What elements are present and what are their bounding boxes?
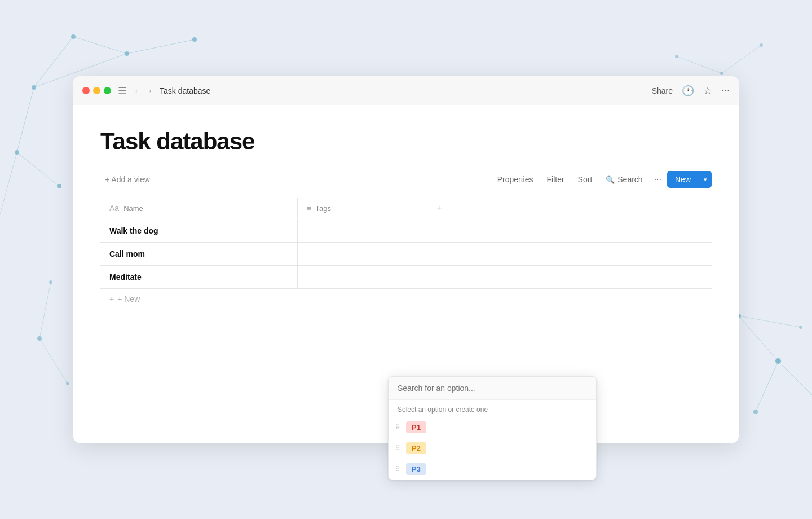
drag-handle-icon: ⠿ — [395, 445, 400, 452]
svg-line-13 — [739, 316, 778, 361]
browser-page-title: Task database — [160, 86, 210, 95]
svg-point-18 — [775, 358, 781, 364]
svg-point-10 — [32, 85, 36, 90]
svg-point-25 — [66, 382, 69, 385]
svg-line-27 — [722, 45, 761, 73]
traffic-lights — [82, 87, 111, 94]
svg-point-7 — [71, 34, 76, 39]
row-extra-cell — [427, 219, 712, 242]
sidebar-toggle-icon[interactable]: ☰ — [118, 86, 127, 96]
more-button[interactable]: ··· — [651, 171, 665, 188]
close-button[interactable] — [82, 87, 90, 94]
list-item[interactable]: ⠿ P1 — [389, 417, 596, 438]
table-row: Call mom — [100, 243, 712, 266]
svg-line-21 — [39, 282, 51, 338]
nav-buttons: ← → — [134, 86, 153, 95]
toolbar: + Add a view Properties Filter Sort 🔍 Se… — [100, 171, 712, 188]
svg-line-2 — [34, 37, 73, 87]
properties-button[interactable]: Properties — [492, 171, 539, 187]
row-name-cell[interactable]: Meditate — [100, 266, 298, 288]
row-extra-cell — [427, 243, 712, 265]
row-tags-cell-active[interactable] — [298, 266, 427, 288]
svg-point-8 — [125, 51, 129, 56]
svg-point-19 — [753, 410, 758, 414]
svg-point-24 — [37, 336, 42, 341]
row-name-cell[interactable]: Call mom — [100, 243, 298, 265]
history-icon[interactable]: 🕐 — [682, 85, 694, 97]
minimize-button[interactable] — [93, 87, 100, 94]
drag-handle-icon: ⠿ — [395, 424, 400, 432]
dropdown-section-label: Select an option or create one — [389, 400, 596, 417]
share-button[interactable]: Share — [652, 86, 673, 95]
svg-point-12 — [57, 184, 61, 188]
table-container: Aa Name ≡ Tags + Walk the dog — [100, 197, 712, 309]
more-options-icon[interactable]: ··· — [721, 85, 730, 96]
svg-line-15 — [739, 316, 801, 327]
svg-line-14 — [756, 361, 778, 412]
search-button[interactable]: 🔍 Search — [600, 171, 648, 187]
svg-line-6 — [0, 152, 17, 214]
svg-point-30 — [760, 43, 763, 47]
svg-point-28 — [675, 55, 678, 58]
browser-window: ☰ ← → Task database Share 🕐 ☆ ··· Task d… — [73, 76, 739, 443]
list-icon: ≡ — [307, 204, 311, 213]
svg-point-23 — [49, 280, 52, 284]
svg-line-22 — [39, 338, 68, 384]
new-row-button[interactable]: + + New — [100, 289, 712, 309]
add-view-button[interactable]: + Add a view — [100, 171, 155, 187]
title-bar-right: Share 🕐 ☆ ··· — [652, 85, 730, 97]
tag-badge-p3: P3 — [406, 463, 426, 475]
column-tags-header: ≡ Tags — [298, 199, 427, 218]
row-extra-cell — [427, 266, 712, 288]
page-content: Task database + Add a view Properties Fi… — [73, 105, 739, 443]
svg-line-5 — [17, 152, 59, 186]
drag-handle-icon: ⠿ — [395, 465, 400, 473]
svg-line-1 — [127, 39, 195, 54]
plus-icon: + — [109, 294, 114, 304]
sort-button[interactable]: Sort — [572, 171, 598, 187]
text-icon: Aa — [109, 204, 119, 213]
list-item[interactable]: ⠿ P2 — [389, 438, 596, 459]
table-row: Walk the dog — [100, 219, 712, 243]
table-row: Meditate — [100, 266, 712, 289]
tag-search-input[interactable] — [389, 377, 596, 400]
add-column-button[interactable]: + — [427, 197, 451, 219]
column-name-header: Aa Name — [100, 198, 298, 218]
svg-line-16 — [778, 361, 812, 395]
toolbar-right: Properties Filter Sort 🔍 Search ··· New … — [492, 171, 712, 188]
back-icon[interactable]: ← — [134, 86, 142, 95]
star-icon[interactable]: ☆ — [703, 85, 712, 97]
new-button[interactable]: New ▾ — [667, 171, 712, 188]
row-tags-cell[interactable] — [298, 219, 427, 242]
tag-badge-p2: P2 — [406, 442, 426, 454]
title-bar: ☰ ← → Task database Share 🕐 ☆ ··· — [73, 76, 739, 105]
svg-point-9 — [192, 37, 197, 42]
forward-icon[interactable]: → — [144, 86, 153, 95]
row-tags-cell[interactable] — [298, 243, 427, 265]
maximize-button[interactable] — [104, 87, 111, 94]
search-icon: 🔍 — [606, 175, 615, 184]
svg-point-11 — [15, 150, 19, 155]
tag-dropdown: Select an option or create one ⠿ P1 ⠿ P2… — [388, 376, 597, 480]
row-name-cell[interactable]: Walk the dog — [100, 219, 298, 242]
tag-badge-p1: P1 — [406, 421, 426, 433]
svg-line-4 — [17, 87, 34, 152]
page-title: Task database — [100, 128, 712, 155]
svg-line-0 — [73, 37, 127, 54]
svg-point-20 — [799, 326, 802, 329]
filter-button[interactable]: Filter — [541, 171, 570, 187]
new-button-chevron[interactable]: ▾ — [699, 172, 712, 187]
list-item[interactable]: ⠿ P3 — [389, 459, 596, 480]
svg-point-29 — [720, 72, 723, 75]
svg-line-26 — [677, 56, 722, 73]
table-header: Aa Name ≡ Tags + — [100, 197, 712, 219]
